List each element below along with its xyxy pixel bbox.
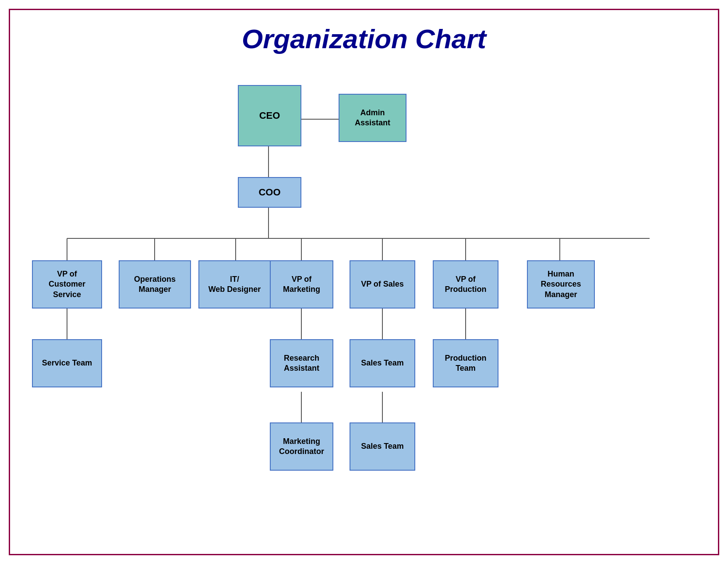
research-assistant-box: Research Assistant [270, 339, 333, 387]
service-team-box: Service Team [32, 339, 102, 387]
vp-production-box: VP of Production [433, 260, 498, 309]
production-team-box: Production Team [433, 339, 498, 387]
page-title: Organization Chart [23, 19, 705, 54]
sales-team-1-box: Sales Team [350, 339, 415, 387]
marketing-coordinator-box: Marketing Coordinator [270, 422, 333, 471]
vp-customer-service-box: VP of Customer Service [32, 260, 102, 309]
admin-assistant-box: Admin Assistant [339, 94, 406, 142]
operations-manager-box: Operations Manager [119, 260, 191, 309]
vp-marketing-box: VP of Marketing [270, 260, 333, 309]
vp-sales-box: VP of Sales [350, 260, 415, 309]
chart-container: CEO Admin Assistant COO VP of Customer S… [23, 67, 705, 528]
page-wrapper: Organization Chart [9, 9, 719, 555]
hr-manager-box: Human Resources Manager [527, 260, 595, 309]
sales-team-2-box: Sales Team [350, 422, 415, 471]
ceo-box: CEO [238, 85, 301, 146]
coo-box: COO [238, 177, 301, 208]
it-web-designer-box: IT/ Web Designer [198, 260, 271, 309]
